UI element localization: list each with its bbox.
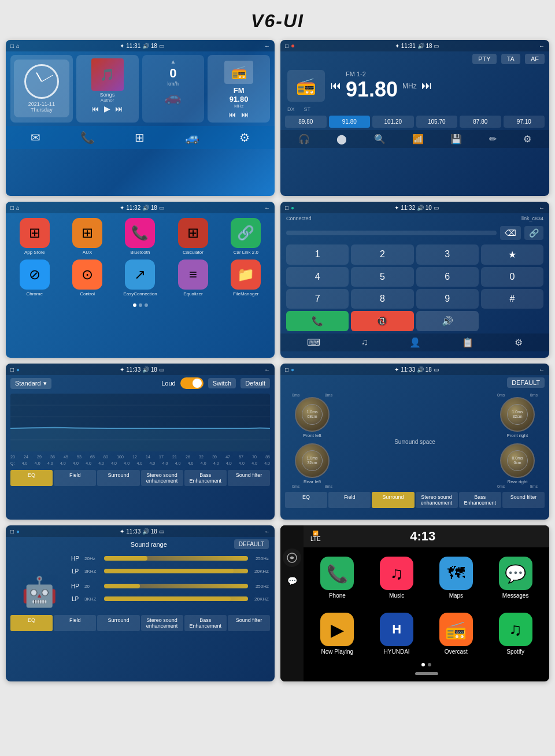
- prev-button[interactable]: ⏮: [91, 104, 99, 113]
- surround-tab-bass[interactable]: Bass Enhancement: [459, 492, 501, 508]
- key-4[interactable]: 4: [286, 267, 349, 287]
- switch-button[interactable]: Switch: [208, 378, 236, 388]
- radio-widget[interactable]: 📻 FM 91.80 MHz ⏮ ⏭: [208, 55, 270, 123]
- app-carlink[interactable]: 🔗 Car Link 2.0: [222, 218, 270, 255]
- sr-tab-bass[interactable]: Bass Enhancement: [184, 615, 227, 631]
- dialpad-icon[interactable]: ⌨: [307, 337, 320, 348]
- sr-tab-filter[interactable]: Sound filter: [228, 615, 270, 631]
- home-icon-2[interactable]: □: [285, 43, 288, 49]
- tab-eq[interactable]: EQ: [10, 470, 53, 486]
- surround-tab-field[interactable]: Field: [328, 492, 371, 508]
- toggle-icon[interactable]: ⬤: [336, 134, 347, 144]
- nav-apps[interactable]: ⊞: [135, 131, 145, 144]
- nav-messages[interactable]: ✉: [31, 131, 40, 144]
- eq-default-button[interactable]: Default: [240, 378, 270, 388]
- cp-music[interactable]: ♫ Music: [370, 557, 424, 599]
- preset-4[interactable]: 105.70: [416, 116, 458, 128]
- next-button[interactable]: ⏭: [115, 104, 123, 113]
- app-easyconnect[interactable]: ↗ EasyConnection: [116, 260, 164, 297]
- sr-tab-stereo[interactable]: Stereo sound enhancement: [141, 615, 183, 631]
- cp-overcast[interactable]: 📻 Overcast: [430, 613, 483, 655]
- back-5[interactable]: ←: [264, 366, 270, 373]
- surround-default-button[interactable]: DEFAULT: [507, 377, 545, 388]
- app-equalizer[interactable]: ≡ Equalizer: [169, 260, 217, 297]
- key-7[interactable]: 7: [286, 289, 349, 309]
- cp-nowplaying[interactable]: ▶ Now Playing: [310, 613, 364, 655]
- tab-stereo[interactable]: Stereo sound enhancement: [141, 470, 183, 486]
- recent-calls-icon[interactable]: 📋: [462, 337, 473, 348]
- loud-toggle[interactable]: [180, 377, 204, 389]
- cp-maps[interactable]: 🗺 Maps: [430, 557, 483, 599]
- key-5[interactable]: 5: [351, 267, 413, 287]
- sr-tab-surround[interactable]: Surround: [97, 615, 139, 631]
- knob-rl-circle[interactable]: 1.0ms32cm: [295, 443, 330, 478]
- key-2[interactable]: 2: [351, 244, 413, 265]
- knob-fr-circle[interactable]: 1.0ms32cm: [500, 397, 535, 432]
- preset-1[interactable]: 89.80: [285, 116, 327, 128]
- app-filemanager[interactable]: 📁 FileManager: [222, 260, 270, 297]
- cp-spotify[interactable]: ♫ Spotify: [489, 613, 542, 655]
- key-8[interactable]: 8: [351, 289, 413, 309]
- nav-phone[interactable]: 📞: [80, 131, 95, 144]
- app-bluetooth[interactable]: 📞 Bluetooth: [116, 218, 164, 255]
- preset-2[interactable]: 91.80: [329, 116, 371, 128]
- home-7[interactable]: □: [10, 528, 14, 535]
- cp-messages[interactable]: 💬 Messages: [489, 557, 542, 599]
- phone-settings-icon[interactable]: ⚙: [515, 337, 523, 348]
- preset-6[interactable]: 97.10: [504, 116, 545, 128]
- cp-phone[interactable]: 📞 Phone: [310, 557, 364, 599]
- cp-home-indicator[interactable]: [415, 672, 438, 675]
- key-1[interactable]: 1: [286, 244, 349, 265]
- link-button[interactable]: 🔗: [524, 226, 543, 240]
- back-3[interactable]: ←: [264, 205, 270, 211]
- knob-fl-circle[interactable]: 1.0ms68cm: [295, 397, 330, 432]
- hp1-slider[interactable]: [104, 554, 248, 563]
- settings-icon[interactable]: ⚙: [523, 134, 531, 144]
- phone-input[interactable]: [286, 231, 497, 235]
- cp-messages-icon[interactable]: 💬: [287, 576, 297, 585]
- af-button[interactable]: AF: [525, 54, 545, 64]
- surround-tab-filter[interactable]: Sound filter: [502, 492, 545, 508]
- tab-filter[interactable]: Sound filter: [228, 470, 270, 486]
- music-widget[interactable]: 🎵 Songs Author ⏮ ▶ ⏭: [76, 55, 139, 123]
- radio-next[interactable]: ⏭: [241, 110, 249, 119]
- key-3[interactable]: 3: [416, 244, 479, 265]
- tab-surround[interactable]: Surround: [97, 470, 139, 486]
- save-icon[interactable]: 💾: [450, 134, 462, 144]
- app-control[interactable]: ⊙ Control: [63, 260, 111, 297]
- preset-3[interactable]: 101.20: [372, 116, 414, 128]
- house-icon[interactable]: ⌂: [16, 43, 20, 49]
- home-3[interactable]: □: [10, 205, 14, 211]
- tab-bass[interactable]: Bass Enhancement: [184, 470, 227, 486]
- edit-icon[interactable]: ✏: [489, 134, 497, 144]
- app-chrome[interactable]: ⊘ Chrome: [10, 260, 58, 297]
- back-2[interactable]: ←: [539, 43, 545, 49]
- house-3[interactable]: ⌂: [16, 205, 20, 211]
- app-calculator[interactable]: ⊞ Calculator: [169, 218, 217, 255]
- signal-icon[interactable]: 📶: [412, 134, 424, 144]
- call-button[interactable]: 📞: [286, 311, 349, 331]
- home-icon[interactable]: □: [10, 43, 14, 49]
- eq-preset-dropdown[interactable]: Standard ▾: [10, 378, 51, 389]
- home-5[interactable]: □: [10, 366, 14, 373]
- preset-5[interactable]: 87.80: [460, 116, 501, 128]
- delete-button[interactable]: ⌫: [500, 226, 521, 240]
- play-button[interactable]: ▶: [104, 104, 110, 113]
- back-7[interactable]: ←: [264, 528, 270, 535]
- key-hash[interactable]: #: [481, 289, 543, 309]
- hp2-slider[interactable]: [104, 581, 248, 591]
- lp1-slider[interactable]: [104, 566, 248, 576]
- home-4[interactable]: □: [285, 205, 288, 211]
- radio-prev-btn[interactable]: ⏮: [331, 80, 341, 92]
- nav-car[interactable]: 🚙: [185, 131, 199, 144]
- volume-button[interactable]: 🔊: [416, 311, 479, 331]
- radio-next-btn[interactable]: ⏭: [421, 80, 432, 92]
- back-4[interactable]: ←: [539, 205, 545, 211]
- back-6[interactable]: ←: [539, 366, 545, 373]
- pty-button[interactable]: PTY: [472, 54, 496, 64]
- surround-tab-stereo[interactable]: Stereo sound enhancement: [416, 492, 458, 508]
- ta-button[interactable]: TA: [501, 54, 520, 64]
- app-aux[interactable]: ⊞ AUX: [63, 218, 111, 255]
- key-9[interactable]: 9: [416, 289, 479, 309]
- sound-range-default-btn[interactable]: DEFAULT: [234, 539, 269, 549]
